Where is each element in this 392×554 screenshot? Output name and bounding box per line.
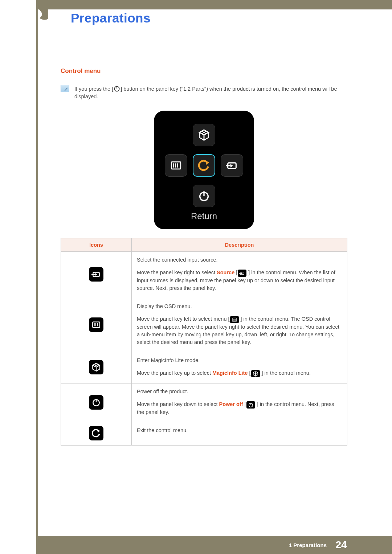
desc-power: Power off the product. Move the panel ke…: [132, 383, 347, 422]
page-top-bar: [0, 0, 392, 9]
icon-description-table: Icons Description Select the connected i…: [61, 238, 347, 446]
menu-icon: [230, 316, 239, 323]
return-icon: [89, 426, 103, 440]
source-icon: [238, 270, 246, 277]
note-text: If you press the [] button on the panel …: [74, 85, 347, 100]
footer-breadcrumb: 1 Preparations: [289, 536, 327, 554]
magicinfo-tile: [193, 124, 215, 146]
source-tile: [221, 154, 243, 177]
power-tile: [193, 185, 215, 207]
desc-return: Exit the control menu.: [132, 422, 347, 446]
table-row: Select the connected input source. Move …: [61, 252, 347, 298]
return-tile: [193, 154, 215, 177]
desc-magicinfo: Enter MagicInfo Lite mode. Move the pane…: [132, 352, 347, 383]
page-number: 24: [330, 536, 352, 554]
page-footer: 1 Preparations 24: [0, 536, 392, 554]
return-label: Return: [154, 211, 254, 221]
power-icon: [113, 85, 121, 92]
menu-tile: [165, 154, 187, 177]
desc-source: Select the connected input source. Move …: [132, 252, 347, 298]
table-row: Enter MagicInfo Lite mode. Move the pane…: [61, 352, 347, 383]
table-row: Display the OSD menu. Move the panel key…: [61, 298, 347, 352]
chapter-number-accent: [37, 0, 52, 21]
power-icon: [246, 401, 255, 409]
note-row: If you press the [] button on the panel …: [61, 85, 347, 100]
magicinfo-icon: [251, 370, 260, 377]
table-row: Exit the control menu.: [61, 422, 347, 446]
section-title: Control menu: [61, 67, 347, 75]
chapter-title: Preparations: [71, 11, 151, 25]
left-rail: [36, 0, 38, 554]
source-icon: [89, 267, 103, 282]
control-menu-panel: Return: [154, 111, 254, 229]
note-icon: [61, 85, 69, 92]
th-description: Description: [132, 238, 347, 252]
desc-menu: Display the OSD menu. Move the panel key…: [132, 298, 347, 352]
table-row: Power off the product. Move the panel ke…: [61, 383, 347, 422]
th-icons: Icons: [61, 238, 132, 252]
content-area: Control menu If you press the [] button …: [61, 67, 347, 446]
magicinfo-icon: [89, 360, 103, 374]
power-icon: [89, 395, 103, 410]
menu-icon: [89, 317, 103, 332]
